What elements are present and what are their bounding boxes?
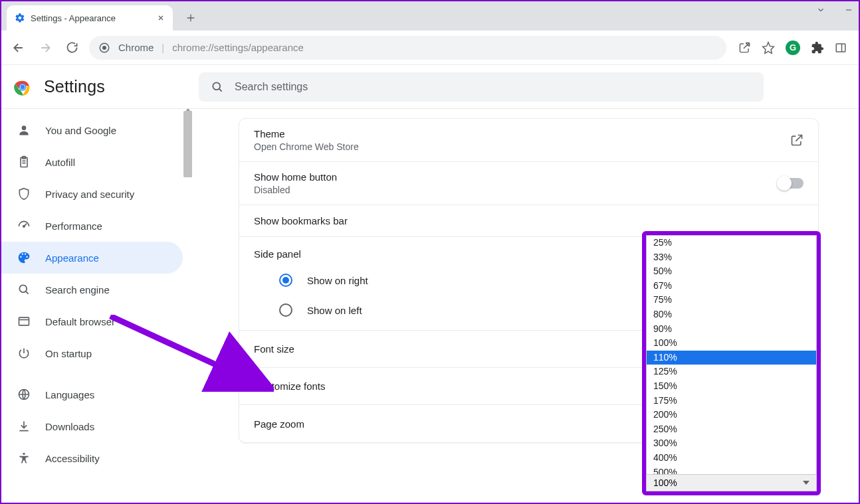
- browser-tab[interactable]: Settings - Appearance: [7, 5, 173, 31]
- sidebar-item-default-browser[interactable]: Default browser: [1, 305, 183, 337]
- sidebar-item-downloads[interactable]: Downloads: [1, 410, 183, 442]
- power-icon: [17, 347, 31, 360]
- shield-icon: [17, 187, 31, 201]
- zoom-option[interactable]: 150%: [647, 379, 816, 394]
- browser-tab-bar: Settings - Appearance: [1, 1, 859, 31]
- speed-icon: [17, 219, 31, 232]
- palette-icon: [17, 251, 31, 264]
- accessibility-icon: [17, 452, 31, 465]
- sidebar-item-label: Appearance: [45, 252, 99, 264]
- theme-sub: Open Chrome Web Store: [254, 141, 359, 152]
- zoom-option[interactable]: 67%: [647, 279, 816, 294]
- zoom-option[interactable]: 175%: [647, 394, 816, 408]
- svg-point-1: [103, 46, 106, 49]
- sidepanel-left-label: Show on left: [307, 305, 362, 316]
- sidebar-item-you-and-google[interactable]: You and Google: [1, 114, 183, 146]
- sidebar-item-accessibility[interactable]: Accessibility: [1, 442, 183, 474]
- extension-badge[interactable]: G: [786, 41, 800, 55]
- sidebar-item-search-engine[interactable]: Search engine: [1, 274, 183, 305]
- svg-point-11: [19, 285, 27, 292]
- omnibox[interactable]: Chrome | chrome://settings/appearance: [89, 36, 726, 60]
- sidepanel-icon[interactable]: [835, 42, 847, 54]
- person-icon: [17, 124, 31, 137]
- chrome-logo-icon: [13, 78, 32, 96]
- theme-title: Theme: [254, 128, 359, 139]
- fontsize-title: Font size: [254, 343, 294, 355]
- sidebar-item-label: Default browser: [45, 316, 115, 327]
- zoom-option[interactable]: 90%: [647, 322, 816, 337]
- open-external-icon[interactable]: [790, 133, 804, 147]
- sidebar-item-appearance[interactable]: Appearance: [1, 242, 183, 274]
- svg-rect-12: [19, 317, 29, 325]
- scrollbar-thumb[interactable]: [183, 111, 192, 177]
- settings-sidebar: ▲ You and GoogleAutofillPrivacy and secu…: [1, 109, 192, 503]
- browser-icon: [17, 315, 31, 328]
- zoom-dropdown-button[interactable]: 100%: [646, 474, 817, 491]
- chevron-down-icon: [803, 481, 809, 485]
- svg-point-6: [213, 82, 220, 90]
- svg-point-10: [23, 226, 25, 228]
- theme-row[interactable]: Theme Open Chrome Web Store: [239, 119, 818, 162]
- settings-search[interactable]: Search settings: [199, 72, 764, 102]
- sidebar-item-label: Languages: [45, 389, 94, 400]
- site-info-icon[interactable]: [98, 42, 110, 54]
- back-button[interactable]: [9, 39, 28, 57]
- clipboard-icon: [17, 155, 31, 169]
- page-title: Settings: [44, 77, 105, 96]
- search-icon: [17, 283, 31, 296]
- star-icon[interactable]: [762, 41, 775, 54]
- sidebar-item-label: Accessibility: [45, 453, 100, 464]
- zoom-dropdown-list[interactable]: 25%33%50%67%75%80%90%100%110%125%150%175…: [646, 235, 817, 480]
- zoom-option[interactable]: 110%: [647, 351, 816, 365]
- radio-selected-icon[interactable]: [279, 274, 292, 287]
- zoom-option[interactable]: 75%: [647, 293, 816, 307]
- home-button-row: Show home button Disabled: [239, 162, 818, 205]
- svg-point-5: [21, 84, 25, 89]
- sidebar-item-on-startup[interactable]: On startup: [1, 337, 183, 369]
- reload-button[interactable]: [62, 39, 81, 57]
- customfonts-title: Customize fonts: [254, 380, 326, 392]
- zoom-option[interactable]: 50%: [647, 264, 816, 279]
- tab-title: Settings - Appearance: [31, 13, 116, 23]
- sidebar-item-privacy-and-security[interactable]: Privacy and security: [1, 178, 183, 210]
- share-icon[interactable]: [738, 41, 751, 54]
- chevron-down-icon[interactable]: [816, 5, 825, 15]
- sidebar-item-label: Search engine: [45, 284, 110, 295]
- omnibox-prefix: Chrome: [118, 42, 154, 53]
- zoom-option[interactable]: 80%: [647, 307, 816, 322]
- sidebar-item-performance[interactable]: Performance: [1, 210, 183, 242]
- extensions-icon[interactable]: [811, 41, 824, 54]
- zoom-current-value: 100%: [653, 477, 677, 488]
- pagezoom-title: Page zoom: [254, 418, 304, 430]
- radio-icon[interactable]: [279, 303, 292, 317]
- browser-nav-bar: Chrome | chrome://settings/appearance G: [1, 31, 859, 65]
- svg-point-14: [23, 453, 25, 455]
- sidebar-item-label: Privacy and security: [45, 189, 134, 200]
- omnibox-url: chrome://settings/appearance: [172, 42, 304, 53]
- bookmarks-row: Show bookmarks bar: [239, 205, 818, 237]
- settings-content: Theme Open Chrome Web Store Show home bu…: [192, 109, 859, 503]
- window-controls: [816, 5, 853, 15]
- zoom-option[interactable]: 300%: [647, 436, 816, 451]
- home-sub: Disabled: [254, 185, 337, 195]
- forward-button[interactable]: [36, 39, 54, 57]
- sidebar-item-languages[interactable]: Languages: [1, 378, 183, 410]
- zoom-option[interactable]: 125%: [647, 365, 816, 379]
- sidebar-item-label: Performance: [45, 220, 102, 232]
- close-icon[interactable]: [157, 14, 165, 22]
- zoom-option[interactable]: 25%: [647, 236, 816, 250]
- zoom-option[interactable]: 250%: [647, 422, 816, 437]
- zoom-option[interactable]: 100%: [647, 336, 816, 351]
- minimize-icon[interactable]: [844, 5, 853, 15]
- home-toggle[interactable]: [778, 178, 804, 189]
- new-tab-button[interactable]: [179, 7, 202, 29]
- settings-header: Settings Search settings: [1, 65, 859, 109]
- gear-icon: [15, 13, 25, 23]
- zoom-option[interactable]: 33%: [647, 250, 816, 265]
- sidebar-item-label: You and Google: [45, 125, 116, 136]
- svg-rect-2: [836, 44, 845, 52]
- zoom-option[interactable]: 400%: [647, 451, 816, 465]
- sidebar-item-autofill[interactable]: Autofill: [1, 146, 183, 178]
- zoom-option[interactable]: 200%: [647, 408, 816, 422]
- globe-icon: [17, 388, 31, 401]
